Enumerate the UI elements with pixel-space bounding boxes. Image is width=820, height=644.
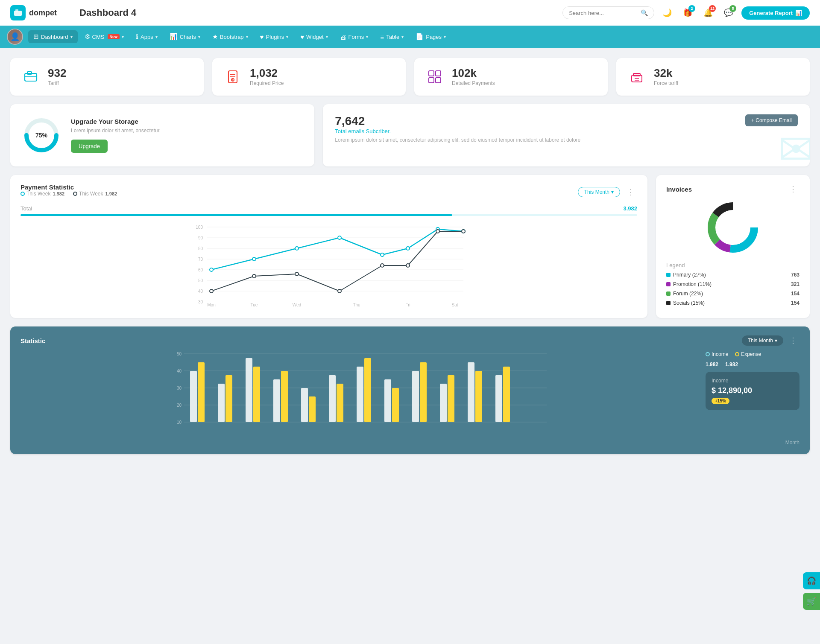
tariff-label: Tariff	[48, 80, 66, 86]
payment-title: Payment Statistic	[20, 184, 117, 191]
nav-item-apps[interactable]: ℹ Apps ▾	[131, 30, 163, 43]
svg-point-47	[381, 264, 384, 267]
email-card-header: 7,642 Total emails Subcriber. Lorem ipsu…	[335, 114, 798, 143]
middle-row: 75% Upgrade Your Storage Lorem ipsum dol…	[10, 104, 810, 166]
pages-icon: 📄	[416, 33, 424, 41]
expense-legend-label: Expense	[741, 351, 761, 357]
svg-text:90: 90	[198, 236, 203, 240]
svg-point-50	[462, 230, 465, 233]
stat-info-tariff: 932 Tariff	[48, 67, 66, 86]
nav-item-pages[interactable]: 📄 Pages ▾	[410, 30, 451, 43]
bootstrap-icon: ★	[212, 33, 218, 41]
income-badge: +15%	[712, 398, 729, 404]
invoices-title: Invoices	[666, 186, 692, 193]
nav-item-cms[interactable]: ⚙ CMS New ▾	[79, 30, 129, 43]
svg-rect-90	[440, 384, 447, 422]
legend-row-socials: Socials (15%) 154	[666, 300, 800, 306]
nav-label-charts: Charts	[180, 34, 196, 40]
statistic-title: Statistic	[20, 337, 45, 344]
nav-item-plugins[interactable]: ♥ Plugins ▾	[255, 31, 294, 43]
income-detail-value: $ 12,890,00	[712, 386, 794, 395]
svg-point-45	[295, 272, 299, 276]
total-row: Total 3.982	[20, 205, 637, 212]
socials-value: 154	[791, 300, 800, 306]
search-box[interactable]: 🔍	[562, 6, 654, 19]
svg-rect-77	[253, 367, 260, 422]
svg-rect-89	[420, 362, 427, 422]
storage-donut: 75%	[22, 116, 61, 154]
svg-rect-88	[412, 371, 419, 422]
payment-filter-area: This Month ▾ ⋮	[578, 186, 637, 198]
chat-badge: 5	[729, 5, 736, 12]
svg-text:Mon: Mon	[207, 303, 215, 307]
svg-text:Sat: Sat	[451, 303, 458, 307]
svg-text:10: 10	[177, 420, 182, 425]
upgrade-button[interactable]: Upgrade	[71, 140, 108, 153]
payment-more-options[interactable]: ⋮	[624, 186, 637, 198]
primary-value: 763	[791, 272, 800, 278]
nav-item-dashboard[interactable]: ⊞ Dashboard ▾	[28, 30, 78, 43]
compose-email-button[interactable]: + Compose Email	[745, 114, 798, 126]
svg-rect-13	[436, 78, 441, 83]
moon-button[interactable]: 🌙	[659, 5, 675, 20]
bar-chart-svg: 50 40 30 20 10	[20, 350, 697, 435]
search-input[interactable]	[569, 10, 637, 16]
legend-forum-left: Forum (22%)	[666, 291, 703, 297]
bell-button[interactable]: 🔔 12	[700, 5, 716, 20]
income-expense-legends: Income Expense	[706, 351, 800, 357]
charts-caret: ▾	[198, 35, 200, 39]
forum-color-dot	[666, 291, 671, 296]
statistic-this-month-button[interactable]: This Month ▾	[742, 335, 783, 346]
cms-icon: ⚙	[85, 33, 90, 41]
chat-button[interactable]: 💬 5	[721, 5, 736, 20]
email-count: 7,642	[335, 114, 580, 128]
svg-text:50: 50	[198, 278, 203, 283]
email-card: 7,642 Total emails Subcriber. Lorem ipsu…	[323, 104, 810, 166]
tariff-icon	[20, 67, 41, 87]
svg-rect-78	[273, 379, 280, 422]
charts-icon: 📊	[170, 33, 178, 41]
required-price-label: Required Price	[250, 80, 284, 86]
chart-bar-icon: 📊	[795, 10, 802, 16]
nav-item-bootstrap[interactable]: ★ Bootstrap ▾	[207, 30, 253, 43]
svg-rect-80	[301, 388, 308, 422]
svg-rect-82	[329, 375, 336, 422]
statistic-filter-caret: ▾	[775, 338, 777, 344]
income-expense-values: 1.982 1.982	[706, 361, 800, 367]
this-month-button[interactable]: This Month ▾	[578, 187, 620, 197]
expense-value-display: 1.982	[725, 361, 738, 367]
gift-button[interactable]: 🎁 2	[680, 5, 695, 20]
apps-caret: ▾	[155, 35, 158, 39]
svg-rect-12	[429, 78, 434, 83]
storage-text: Upgrade Your Storage Lorem ipsum dolor s…	[71, 118, 161, 153]
nav-item-forms[interactable]: 🖨 Forms ▾	[335, 31, 374, 43]
total-value: 3.982	[623, 205, 637, 212]
email-subtitle: Total emails Subcriber.	[335, 128, 580, 134]
svg-text:70: 70	[198, 257, 203, 262]
nav-label-pages: Pages	[426, 34, 442, 40]
forum-label: Forum (22%)	[673, 291, 703, 297]
stat-info-detailed-payments: 102k Detailed Payments	[452, 67, 495, 86]
legend-row-forum: Forum (22%) 154	[666, 291, 800, 297]
nav-item-table[interactable]: ≡ Table ▾	[375, 31, 409, 43]
stat-info-force-tariff: 32k Force tariff	[654, 67, 678, 86]
invoices-more-options[interactable]: ⋮	[787, 184, 800, 195]
statistic-more-options[interactable]: ⋮	[787, 335, 800, 346]
nav-item-charts[interactable]: 📊 Charts ▾	[164, 30, 205, 43]
legend1-label: This Week	[26, 191, 50, 197]
svg-rect-75	[226, 375, 232, 422]
statistic-body: 50 40 30 20 10	[20, 350, 800, 436]
legend2-label: This Week	[79, 191, 103, 197]
storage-card: 75% Upgrade Your Storage Lorem ipsum dol…	[10, 104, 314, 166]
generate-report-button[interactable]: Generate Report 📊	[741, 6, 810, 20]
svg-text:Tue: Tue	[251, 303, 258, 307]
expense-legend: Expense	[735, 351, 761, 357]
nav-avatar: 👤	[7, 29, 23, 45]
email-info: 7,642 Total emails Subcriber. Lorem ipsu…	[335, 114, 580, 143]
svg-text:Thu: Thu	[353, 303, 360, 307]
tariff-value: 932	[48, 67, 66, 79]
dashboard-caret: ▾	[70, 35, 73, 39]
generate-report-label: Generate Report	[749, 10, 793, 16]
invoices-donut-svg	[705, 200, 761, 255]
nav-item-widget[interactable]: ♥ Widget ▾	[295, 31, 333, 43]
